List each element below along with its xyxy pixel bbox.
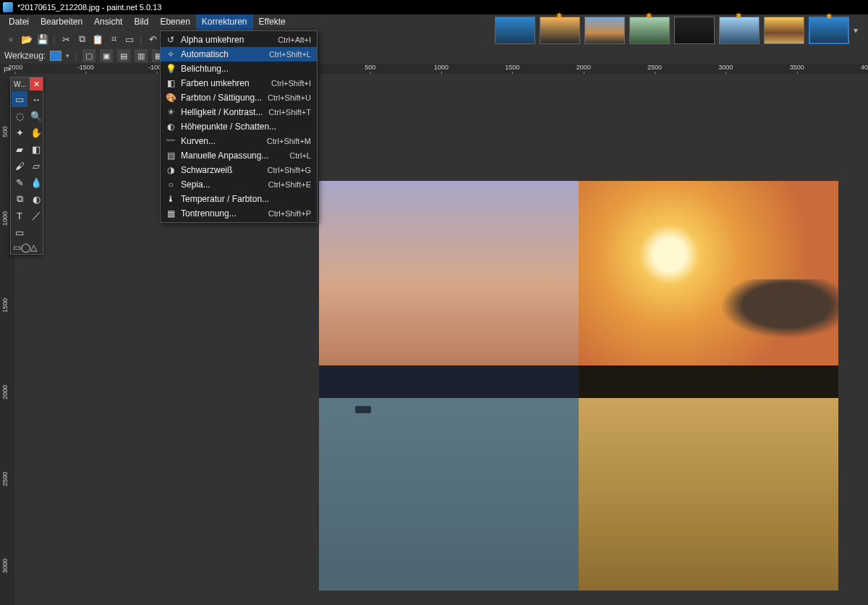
menu-effekte[interactable]: Effekte <box>253 14 292 30</box>
toolbar-cut-icon[interactable]: ✂ <box>59 33 72 46</box>
toolbar-undo-icon[interactable]: ↶ <box>146 33 159 46</box>
menu-datei[interactable]: Datei <box>3 14 35 30</box>
toolbar-open-icon[interactable]: 📂 <box>20 33 33 46</box>
toolbar-copy-icon[interactable]: ⧉ <box>75 33 88 46</box>
menu-item-accelerator: Ctrl+Shift+T <box>268 108 311 117</box>
toolbar-deselect-icon[interactable]: ▭ <box>123 33 136 46</box>
ruler-v-tick: 2000 <box>1 385 9 399</box>
document-tabs-overflow[interactable]: ▾ <box>854 25 865 35</box>
tools-window[interactable]: W... ✕ ▭↔◌🔍✦✋▰◧🖌▱✎💧⧉◐T／▭ ▭◯△ <box>10 77 43 255</box>
tool-brush[interactable]: 🖌 <box>12 158 27 174</box>
menu-item-farbton-s-ttigung[interactable]: 🎨Farbton / Sättigung...Ctrl+Shift+U <box>161 90 317 105</box>
menu-bearbeiten[interactable]: Bearbeiten <box>35 14 88 30</box>
tool-eraser[interactable]: ▱ <box>28 158 44 174</box>
dropdown-icon[interactable]: ▾ <box>66 52 69 59</box>
toolbar-new-icon[interactable]: ▫ <box>4 33 17 46</box>
ruler-h-tick: 2500 <box>647 64 662 71</box>
document-tab-2[interactable] <box>584 17 625 44</box>
canvas-viewport[interactable] <box>14 74 868 605</box>
tool-line[interactable]: ／ <box>28 208 44 224</box>
tool-text[interactable]: T <box>12 208 27 224</box>
menu-item-accelerator: Ctrl+Shift+I <box>271 79 311 88</box>
tool-lasso[interactable]: ◌ <box>12 108 27 124</box>
document-tab-5[interactable]: ✱ <box>719 17 760 44</box>
tool-move-selected[interactable]: ↔ <box>28 91 44 107</box>
tools-window-titlebar[interactable]: W... ✕ <box>11 77 43 90</box>
menu-item-label: Kurven... <box>178 136 267 146</box>
menu-item-h-hepunkte-schatten[interactable]: ◐Höhepunkte / Schatten... <box>161 119 317 134</box>
menu-ansicht[interactable]: Ansicht <box>88 14 128 30</box>
menu-item-label: Manuelle Anpassung... <box>178 151 289 161</box>
tool-shapes-row[interactable]: ▭◯△ <box>11 241 43 254</box>
document-tab-0[interactable] <box>495 17 535 44</box>
menu-item-accelerator: Ctrl+Shift+G <box>267 166 311 174</box>
canvas-right-half <box>579 181 838 591</box>
tool-shapes[interactable]: ▭ <box>12 224 27 240</box>
toolbar-separator: | <box>52 33 56 46</box>
menu-item-alpha-umkehren[interactable]: ↺Alpha umkehrenCtrl+Alt+I <box>161 33 317 47</box>
selection-mode-replace[interactable]: ▢ <box>82 49 95 62</box>
menu-item-tontrennung[interactable]: ▦Tontrennung...Ctrl+Shift+P <box>161 206 317 221</box>
selection-mode-add[interactable]: ▣ <box>100 49 113 62</box>
menu-item-label: Tontrennung... <box>178 208 268 219</box>
menu-item-temperatur-farbton[interactable]: 🌡Temperatur / Farbton... <box>161 192 317 206</box>
current-tool-swatch[interactable] <box>50 51 61 61</box>
tool-pan[interactable]: ✋ <box>28 124 44 140</box>
tool-options-label: Werkzeug: <box>4 51 46 61</box>
selection-mode-subtract[interactable]: ▤ <box>117 49 130 62</box>
ruler-v-tick: 500 <box>1 126 9 137</box>
tool-bucket[interactable]: ▰ <box>12 141 27 157</box>
menu-item-automatisch[interactable]: ✧AutomatischCtrl+Shift+L <box>161 47 317 62</box>
menu-item-kurven[interactable]: 〰Kurven...Ctrl+Shift+M <box>161 134 317 148</box>
tool-rect-select[interactable]: ▭ <box>12 91 27 107</box>
ruler-h-tick: 500 <box>365 64 375 71</box>
toolbar-paste-icon[interactable]: 📋 <box>91 33 104 46</box>
document-tab-1[interactable]: ✱ <box>540 17 580 44</box>
selection-mode-intersect[interactable]: ▥ <box>135 49 148 62</box>
menu-item-label: Helligkeit / Kontrast... <box>178 107 268 117</box>
toolbar-save-icon[interactable]: 💾 <box>36 33 49 46</box>
menu-item-icon: ☀ <box>163 107 178 117</box>
ruler-h-tick: 4000 <box>861 64 868 71</box>
tool-color-picker[interactable]: 💧 <box>28 174 44 190</box>
menu-item-farben-umkehren[interactable]: ◧Farben umkehrenCtrl+Shift+I <box>161 76 317 90</box>
boat-shape <box>355 406 371 413</box>
document-tab-7[interactable]: ✱ <box>809 17 849 44</box>
menu-bild[interactable]: Bild <box>128 14 154 30</box>
menu-item-icon: 💡 <box>163 64 178 74</box>
canvas-image[interactable] <box>319 181 838 591</box>
menu-item-belichtung[interactable]: 💡Belichtung... <box>161 62 317 76</box>
menu-item-icon: ◧ <box>163 78 178 88</box>
modified-indicator-icon: ✱ <box>736 12 741 20</box>
menu-item-manuelle-anpassung[interactable]: ▤Manuelle Anpassung...Ctrl+L <box>161 148 317 163</box>
toolbar-crop-icon[interactable]: ⌗ <box>107 33 120 46</box>
tools-window-close[interactable]: ✕ <box>30 77 43 90</box>
ruler-h-tick: 3500 <box>790 64 804 71</box>
menu-item-label: Temperatur / Farbton... <box>178 194 311 204</box>
menu-item-icon: ✧ <box>163 49 178 59</box>
menu-item-icon: 〰 <box>163 136 178 146</box>
menu-item-schwarzwei[interactable]: ◑SchwarzweißCtrl+Shift+G <box>161 163 317 177</box>
document-tab-4[interactable] <box>674 17 715 44</box>
document-tab-6[interactable] <box>764 17 804 44</box>
tool-zoom[interactable]: 🔍 <box>28 108 44 124</box>
document-tab-3[interactable]: ✱ <box>629 17 670 44</box>
menu-korrekturen[interactable]: Korrekturen <box>196 14 253 30</box>
tools-window-title: W... <box>11 80 30 88</box>
ruler-h-tick: 3000 <box>718 64 733 71</box>
menu-item-accelerator: Ctrl+Shift+L <box>269 50 311 59</box>
tool-gradient[interactable]: ◧ <box>28 141 44 157</box>
menu-item-label: Automatisch <box>178 49 269 59</box>
menu-item-icon: ↺ <box>163 35 178 45</box>
ruler-v-tick: 1000 <box>1 211 9 226</box>
menu-item-icon: ▤ <box>163 151 178 161</box>
tool-recolor[interactable]: ◐ <box>28 191 44 207</box>
menu-ebenen[interactable]: Ebenen <box>154 14 195 30</box>
tool-pencil[interactable]: ✎ <box>12 174 27 190</box>
menu-item-helligkeit-kontrast[interactable]: ☀Helligkeit / Kontrast...Ctrl+Shift+T <box>161 105 317 119</box>
menu-item-accelerator: Ctrl+Shift+M <box>267 137 311 145</box>
tool-clone[interactable]: ⧉ <box>12 191 27 207</box>
tool-magic-wand[interactable]: ✦ <box>12 124 27 140</box>
modified-indicator-icon: ✱ <box>646 12 652 20</box>
menu-item-sepia[interactable]: ○Sepia...Ctrl+Shift+E <box>161 177 317 192</box>
